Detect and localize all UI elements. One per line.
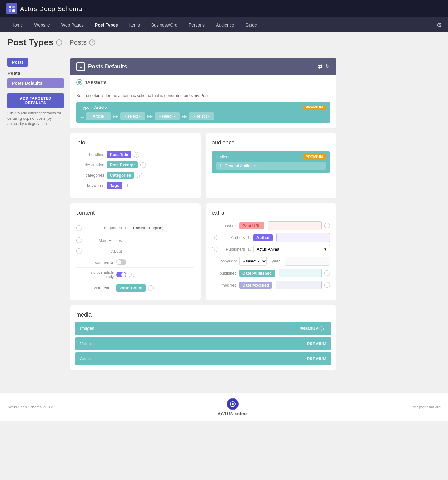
svg-rect-4 xyxy=(12,9,15,12)
content-card: content i Languages 1. English (English)… xyxy=(70,203,201,300)
content-main-entities-label: Main Entities xyxy=(84,238,122,243)
info-description-row: description Post Excerpt i xyxy=(76,161,194,168)
add-targeted-defaults-button[interactable]: ADD TARGETED DEFAULTS xyxy=(7,93,64,108)
posttypes-info-icon[interactable]: i xyxy=(56,39,62,46)
info-keywords-label: keywords xyxy=(76,183,104,188)
extra-authors-info-icon[interactable]: i xyxy=(212,235,217,240)
extra-publishers-info-icon[interactable]: i xyxy=(212,247,217,252)
main-nav: Home Website Web Pages Post Types Items … xyxy=(0,18,448,32)
sidebar-section-title: Posts xyxy=(7,70,64,76)
settings-icon[interactable]: ⚙ xyxy=(437,22,442,28)
comments-toggle[interactable] xyxy=(116,259,126,265)
nav-guide[interactable]: Guide xyxy=(241,20,262,30)
extra-copyright-select[interactable]: - select - xyxy=(239,257,267,266)
info-categories-label: categories xyxy=(76,173,104,178)
nav-website[interactable]: Website xyxy=(29,20,55,30)
extra-author-tag[interactable]: Author xyxy=(253,234,273,241)
content-language-input[interactable]: English (English) xyxy=(130,224,167,232)
info-description-label: description xyxy=(76,162,104,167)
targets-type-label: Type : Article xyxy=(81,105,107,110)
nav-home[interactable]: Home xyxy=(6,20,28,30)
content-word-count-info-icon[interactable]: i xyxy=(148,285,154,291)
targets-description: Set the defaults for the automatic schem… xyxy=(76,93,330,98)
info-headline-info-icon[interactable]: i xyxy=(134,152,139,158)
targets-body: Set the defaults for the automatic schem… xyxy=(70,89,336,128)
nav-items[interactable]: Items xyxy=(124,20,145,30)
extra-published-label: published xyxy=(212,271,237,276)
defaults-header-doc-icon: ≡ xyxy=(76,62,85,71)
extra-published-info-icon[interactable]: i xyxy=(324,270,330,276)
logo-icon xyxy=(6,3,17,14)
content-entities-info-icon[interactable]: i xyxy=(76,238,82,243)
defaults-header: ≡ Posts Defaults ⇄ ✎ xyxy=(70,58,336,75)
media-images-info-icon[interactable]: i xyxy=(321,326,326,331)
targets-type-value: Article xyxy=(94,105,107,110)
extra-publishers-select[interactable]: Actus Anima ▾ xyxy=(253,245,330,253)
media-card: media Images PREMIUM i Video PREMIUM Aud… xyxy=(70,305,336,370)
content-include-article-label: include article body xyxy=(76,270,114,279)
targets-header[interactable]: ⊕ TARGETS xyxy=(70,75,336,89)
content-languages-info-icon[interactable]: i xyxy=(76,225,82,231)
content-include-article-row: include article body i xyxy=(76,268,194,282)
sidebar: Posts Posts Posts Defaults ADD TARGETED … xyxy=(7,58,64,375)
content-comments-row: comments xyxy=(76,257,194,268)
info-card: info headline Post Title i description P… xyxy=(70,133,201,198)
nav-audience[interactable]: Audience xyxy=(211,20,239,30)
media-video-premium: PREMIUM xyxy=(307,342,326,346)
content-about-info-icon[interactable]: i xyxy=(76,248,82,254)
targets-select-2[interactable]: - select - xyxy=(120,112,145,120)
share-icon[interactable]: ⇄ xyxy=(318,63,323,70)
footer-center: ACTUS anima xyxy=(218,398,248,416)
sidebar-hint: Click to add different defaults for cert… xyxy=(7,111,64,126)
svg-point-7 xyxy=(232,403,234,405)
logo: Actus Deep Schema xyxy=(6,3,82,14)
extra-publishers-label: Publishers xyxy=(220,247,245,252)
info-categories-info-icon[interactable]: i xyxy=(137,172,142,178)
extra-published-tag[interactable]: Date Published xyxy=(239,270,275,277)
nav-businessorg[interactable]: Business/Org xyxy=(146,20,182,30)
info-keywords-info-icon[interactable]: i xyxy=(125,183,130,188)
content-about-label: About xyxy=(84,249,122,254)
extra-modified-info-icon[interactable]: i xyxy=(324,282,330,288)
include-article-info-icon[interactable]: i xyxy=(129,272,134,278)
extra-modified-row: modified Date Modified i xyxy=(212,281,330,289)
extra-published-row: published Date Published i xyxy=(212,269,330,278)
nav-persons[interactable]: Persons xyxy=(184,20,210,30)
targets-select-article[interactable]: Article xyxy=(86,112,111,120)
nav-webpages[interactable]: Web Pages xyxy=(56,20,89,30)
content-comments-label: comments xyxy=(76,260,114,265)
posts-info-icon[interactable]: ? xyxy=(89,39,95,46)
content-languages-label: Languages xyxy=(84,226,122,230)
extra-authors-label: Authors xyxy=(220,235,245,240)
media-card-title: media xyxy=(70,305,336,322)
app-title: Actus Deep Schema xyxy=(20,5,82,12)
targets-selects: 1. Article ▶▶ - select - ▶▶ - select - ▶… xyxy=(81,112,326,120)
info-keywords-tag[interactable]: Tags xyxy=(107,182,122,189)
info-description-info-icon[interactable]: i xyxy=(140,162,146,168)
targets-select-3[interactable]: - select - xyxy=(155,112,180,120)
sidebar-item-posts-defaults[interactable]: Posts Defaults xyxy=(7,78,64,88)
svg-rect-2 xyxy=(12,6,15,8)
svg-rect-0 xyxy=(6,3,17,14)
content-word-count-label: word count xyxy=(76,286,114,290)
extra-modified-tag[interactable]: Date Modified xyxy=(239,282,272,289)
sidebar-tab-posts[interactable]: Posts xyxy=(7,58,28,67)
media-audio-premium: PREMIUM xyxy=(307,357,326,361)
content-languages-row: i Languages 1. English (English) xyxy=(76,221,194,235)
info-categories-tag[interactable]: Categories xyxy=(107,172,134,179)
nav-posttypes[interactable]: Post Types xyxy=(90,20,123,30)
audience-row-number: 1. xyxy=(219,163,223,168)
extra-post-url-label: post url xyxy=(212,223,237,228)
breadcrumb-level2: Posts xyxy=(69,38,87,47)
info-description-tag[interactable]: Post Excerpt xyxy=(107,161,138,168)
targets-select-4[interactable]: - select - xyxy=(189,112,214,120)
audience-premium-badge: PREMIUM xyxy=(303,154,326,159)
audience-field-label: audience xyxy=(216,154,233,159)
extra-post-url-tag[interactable]: Post URL xyxy=(239,222,264,229)
content-extra-grid: content i Languages 1. English (English)… xyxy=(70,203,336,300)
info-headline-tag[interactable]: Post Title xyxy=(107,151,131,158)
content-word-count-tag[interactable]: Word Count xyxy=(116,284,146,292)
edit-icon[interactable]: ✎ xyxy=(325,63,330,70)
include-article-toggle[interactable] xyxy=(116,272,126,278)
extra-post-url-info-icon[interactable]: i xyxy=(324,223,330,228)
